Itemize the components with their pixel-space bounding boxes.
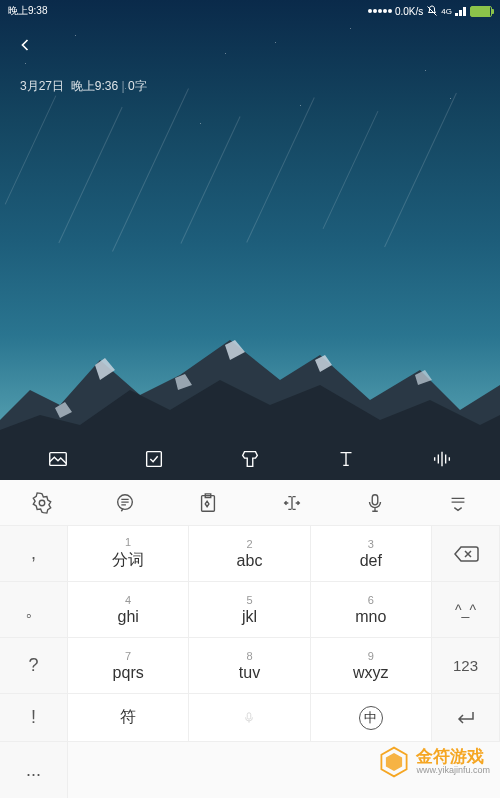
mute-icon	[426, 5, 438, 17]
clipboard-icon[interactable]	[197, 492, 219, 514]
key-6[interactable]: 6mno	[311, 582, 432, 638]
key-question[interactable]: ?	[0, 638, 68, 694]
watermark: 金符游戏 www.yikajinfu.com	[376, 744, 490, 780]
signal-icon	[368, 9, 392, 13]
key-enter[interactable]	[432, 694, 500, 742]
key-face[interactable]: ^_^	[432, 582, 500, 638]
svg-rect-5	[372, 494, 378, 504]
status-bar: 晚上9:38 0.0K/s 4G	[0, 0, 500, 22]
status-time: 晚上9:38	[8, 4, 47, 18]
svg-rect-1	[147, 452, 162, 467]
key-exclaim[interactable]: !	[0, 694, 68, 742]
watermark-url: www.yikajinfu.com	[416, 766, 490, 776]
back-button[interactable]	[15, 35, 35, 61]
settings-icon[interactable]	[31, 492, 53, 514]
key-4[interactable]: 4ghi	[68, 582, 189, 638]
mic-icon[interactable]	[364, 492, 386, 514]
net-speed: 0.0K/s	[395, 6, 423, 17]
image-icon[interactable]	[47, 448, 69, 470]
voice-bars-icon[interactable]	[431, 448, 453, 470]
watermark-logo-icon	[376, 744, 412, 780]
note-word-count: 0字	[128, 79, 147, 93]
checklist-icon[interactable]	[143, 448, 165, 470]
note-metadata: 3月27日 晚上9:36 | 0字	[20, 78, 147, 95]
svg-point-2	[39, 500, 45, 506]
key-3[interactable]: 3def	[311, 526, 432, 582]
key-2[interactable]: 2abc	[189, 526, 310, 582]
key-backspace[interactable]	[432, 526, 500, 582]
key-1[interactable]: 1分词	[68, 526, 189, 582]
key-ellipsis[interactable]: ...	[0, 742, 68, 798]
key-7[interactable]: 7pqrs	[68, 638, 189, 694]
key-9[interactable]: 9wxyz	[311, 638, 432, 694]
battery-icon	[470, 6, 492, 17]
watermark-title: 金符游戏	[416, 748, 490, 767]
text-icon[interactable]	[335, 448, 357, 470]
key-123[interactable]: 123	[432, 638, 500, 694]
chat-icon[interactable]	[114, 492, 136, 514]
note-date: 3月27日	[20, 79, 64, 93]
key-5[interactable]: 5jkl	[189, 582, 310, 638]
key-space[interactable]	[189, 694, 310, 742]
key-8[interactable]: 8tuv	[189, 638, 310, 694]
keyboard-toolbar	[0, 480, 500, 526]
mic-small-icon	[242, 711, 256, 725]
key-lang[interactable]: 中	[311, 694, 432, 742]
svg-rect-6	[248, 712, 252, 718]
note-time: 晚上9:36	[71, 79, 118, 93]
editor-toolbar	[0, 438, 500, 480]
theme-icon[interactable]	[239, 448, 261, 470]
cursor-icon[interactable]	[281, 492, 303, 514]
key-symbol[interactable]: 符	[68, 694, 189, 742]
key-comma[interactable]: ,	[0, 526, 68, 582]
enter-icon	[455, 709, 477, 727]
net-type: 4G	[441, 7, 452, 16]
signal-bars-icon	[455, 6, 467, 16]
backspace-icon	[453, 545, 479, 563]
key-period[interactable]: 。	[0, 582, 68, 638]
collapse-icon[interactable]	[447, 492, 469, 514]
